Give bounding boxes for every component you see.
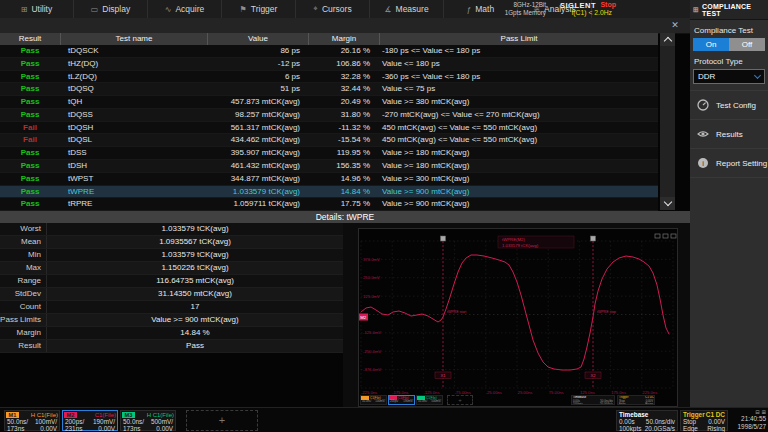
compliance-sidebar: ⊞ COMPLIANCE TEST Compliance Test On Off…: [690, 0, 768, 407]
table-row[interactable]: PasstDQSQ51 ps32.44 %Value <= 75 ps: [0, 83, 658, 96]
result-cell: Pass: [0, 186, 60, 198]
details-row: Worst1.033579 tCK(avg): [0, 223, 343, 236]
scroll-down-icon[interactable]: [660, 197, 675, 210]
math-icon: ƒ: [467, 5, 471, 14]
toggle-on-button[interactable]: On: [693, 38, 729, 51]
table-row[interactable]: FailtDQSH561.317 mtCK(avg)-11.32 %450 mt…: [0, 122, 658, 135]
table-row[interactable]: PasstDSH461.432 mtCK(avg)156.35 %Value >…: [0, 160, 658, 173]
margin-cell: -15.54 %: [306, 134, 376, 146]
mini-channel-chip-m2: C1(File)200ps/190mV/: [388, 395, 415, 405]
pass-limit-cell: Value <= 75 ps: [376, 83, 658, 95]
value-cell: 434.462 mtCK(avg): [206, 134, 306, 146]
trigger-box[interactable]: TriggerC1 DC Stop0.00V EdgeRising: [680, 410, 728, 431]
details-row: Mean1.0935567 tCK(avg): [0, 236, 343, 249]
menu-item-acquire[interactable]: ∿Acquire: [148, 0, 222, 18]
sidebar-item-report-setting[interactable]: iReport Setting: [690, 149, 768, 178]
channel-badge: M1: [6, 412, 19, 418]
result-cell: Pass: [0, 83, 60, 95]
scroll-up-icon[interactable]: [660, 33, 675, 46]
result-cell: Pass: [0, 96, 60, 108]
table-row[interactable]: PasstLZ(DQ)6 ps32.28 %-360 ps <= Value <…: [0, 71, 658, 84]
details-row: StdDev31.14350 mtCK(avg): [0, 288, 343, 301]
result-cell: Pass: [0, 58, 60, 70]
table-row[interactable]: PasstQH457.873 mtCK(avg)20.49 %Value >= …: [0, 96, 658, 109]
menu-item-cursors[interactable]: ⌖Cursors: [296, 0, 370, 18]
result-cell: Pass: [0, 173, 60, 185]
results-scrollbar[interactable]: [660, 33, 675, 210]
trigger-label: Trigger: [683, 411, 705, 418]
bandwidth-label: 8GHz-12Bit: [505, 1, 546, 9]
timebase-scale: 50.0ns/div: [646, 418, 675, 425]
close-icon[interactable]: ✕: [668, 19, 682, 31]
svg-text:X1: X1: [440, 373, 446, 378]
table-row[interactable]: PasstWPRE1.033579 tCK(avg)14.84 %Value >…: [0, 186, 658, 199]
details-label: Worst: [0, 223, 47, 235]
menu-item-display[interactable]: ▭Display: [74, 0, 148, 18]
protocol-type-value: DDR: [698, 72, 715, 81]
details-label: Mean: [0, 236, 47, 248]
margin-cell: 14.84 %: [306, 186, 376, 198]
table-row[interactable]: PasstDQSCK86 ps26.16 %-180 ps <= Value <…: [0, 45, 658, 58]
sidebar-item-results[interactable]: Results: [690, 120, 768, 149]
result-cell: Pass: [0, 109, 60, 121]
details-row: Range116.64735 mtCK(avg): [0, 275, 343, 288]
sidebar-item-test-config[interactable]: Test Config: [690, 90, 768, 120]
menu-item-trigger[interactable]: ⚑Trigger: [222, 0, 296, 18]
table-row[interactable]: PasstDSS395.907 mtCK(avg)119.95 %Value >…: [0, 147, 658, 160]
details-row: Min1.033579 tCK(avg): [0, 249, 343, 262]
table-row[interactable]: PasstWPST344.877 mtCK(avg)14.96 %Value >…: [0, 173, 658, 186]
pass-limit-cell: 450 mtCK(avg) <= Value <= 550 mtCK(avg): [376, 122, 658, 134]
results-table-header: Result Test name Value Margin Pass Limit: [0, 33, 658, 45]
results-panel-titlebar: ✕: [0, 18, 690, 34]
protocol-type-dropdown[interactable]: DDR: [693, 69, 765, 84]
trigger-icon: ⚑: [240, 5, 247, 14]
details-value: Value >= 900 mtCK(avg): [47, 314, 343, 326]
compliance-test-label: Compliance Test: [694, 26, 768, 35]
menu-item-label: Measure: [396, 4, 429, 14]
details-row: Margin14.84 %: [0, 327, 343, 340]
trigger-source: C1 DC: [706, 411, 725, 418]
mini-add-channel: +: [447, 395, 473, 405]
gauge-icon: [697, 99, 709, 111]
timebase-box[interactable]: Timebase 0.00s50.0ns/div 100kpts20.0GSa/…: [616, 410, 678, 431]
channel-box-m2[interactable]: M2C1(File)200ps/190mV/231ns0.00V: [62, 410, 118, 431]
channel-badge: M3: [122, 412, 135, 418]
column-header-test-name: Test name: [61, 33, 208, 45]
channel-box-m1[interactable]: M1H C1(File)50.0ns/100mV/173ns0.00V: [4, 410, 60, 431]
timebase-points: 100kpts: [619, 425, 641, 432]
margin-cell: 26.16 %: [306, 45, 376, 57]
value-cell: 457.873 mtCK(avg): [206, 96, 306, 108]
table-row[interactable]: PasstDQSS98.257 mtCK(avg)31.80 %-270 mtC…: [0, 109, 658, 122]
table-row[interactable]: PasstRPRE1.059711 tCK(avg)17.75 %Value >…: [0, 198, 658, 211]
eye-icon: [697, 128, 709, 140]
column-header-margin: Margin: [309, 33, 380, 45]
menu-item-measure[interactable]: ∡Measure: [370, 0, 444, 18]
margin-cell: -11.32 %: [306, 122, 376, 134]
table-row[interactable]: PasstHZ(DQ)-12 ps106.86 %Value <= 180 ps: [0, 58, 658, 71]
chevron-down-icon: [754, 72, 761, 79]
add-channel-button[interactable]: +: [186, 410, 258, 431]
channel-source: H C1(File): [147, 412, 174, 418]
trigger-slope: Rising: [707, 425, 725, 432]
menu-item-label: Utility: [31, 4, 52, 14]
acquisition-config: 8GHz-12Bit 1Gpts Memory: [505, 1, 546, 17]
mini-status-row: C1(File)50.0ns/100mV/C1(File)200ps/190mV…: [359, 394, 677, 405]
menu-item-label: Cursors: [322, 4, 352, 14]
value-cell: 1.059711 tCK(avg): [206, 198, 306, 210]
pass-limit-cell: Value <= 180 ps: [376, 58, 658, 70]
pass-limit-cell: -180 ps <= Value <= 180 ps: [376, 45, 658, 57]
waveform-plot: 376.0mV250.0mV125.0mV-125.0mV-250.0mV-37…: [359, 229, 677, 395]
column-header-result: Result: [0, 33, 61, 45]
details-label: Pass Limits: [0, 314, 47, 326]
svg-text:125.0mV: 125.0mV: [363, 294, 380, 299]
display-icon: ▭: [91, 5, 99, 14]
value-cell: 1.033579 tCK(avg): [206, 186, 306, 198]
channel-box-m3[interactable]: M3H C1(File)50.0ns/500mV/173ns0.00V: [120, 410, 176, 431]
margin-cell: 106.86 %: [306, 58, 376, 70]
toggle-off-button[interactable]: Off: [729, 38, 765, 51]
margin-cell: 20.49 %: [306, 96, 376, 108]
table-row[interactable]: FailtDQSL434.462 mtCK(avg)-15.54 %450 mt…: [0, 134, 658, 147]
menu-item-utility[interactable]: ⊞Utility: [0, 0, 74, 18]
details-value: 1.033579 tCK(avg): [47, 223, 343, 235]
menu-item-label: Display: [102, 4, 130, 14]
